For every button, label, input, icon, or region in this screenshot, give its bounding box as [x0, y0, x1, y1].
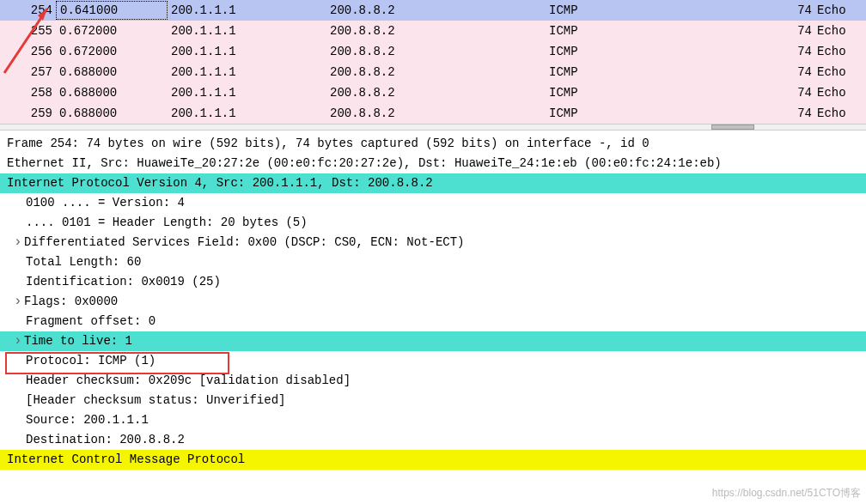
detail-ethernet[interactable]: Ethernet II, Src: HuaweiTe_20:27:2e (00:… [0, 154, 866, 173]
packet-destination: 200.8.8.2 [326, 41, 546, 62]
detail-ip-checksum[interactable]: Header checksum: 0x209c [validation disa… [0, 371, 866, 391]
packet-protocol: ICMP [546, 21, 786, 41]
packet-time: 0.641000 [56, 1, 168, 20]
packet-info: Echo [812, 0, 866, 21]
packet-protocol: ICMP [546, 62, 786, 82]
packet-source: 200.1.1.1 [168, 0, 326, 21]
packet-info: Echo [812, 41, 866, 62]
packet-no: 258 [0, 82, 56, 103]
packet-destination: 200.8.8.2 [326, 21, 546, 41]
packet-row[interactable]: 2540.641000200.1.1.1200.8.8.2ICMP74Echo [0, 0, 866, 21]
detail-ip-ttl[interactable]: Time to live: 1 [0, 331, 866, 351]
packet-length: 74 [786, 82, 812, 103]
packet-row[interactable]: 2580.688000200.1.1.1200.8.8.2ICMP74Echo [0, 82, 866, 103]
packet-source: 200.1.1.1 [168, 62, 326, 82]
packet-no: 254 [0, 0, 56, 21]
packet-info: Echo [812, 82, 866, 103]
packet-info: Echo [812, 21, 866, 41]
packet-no: 255 [0, 21, 56, 41]
detail-ip-hdrlen[interactable]: .... 0101 = Header Length: 20 bytes (5) [0, 213, 866, 233]
packet-row[interactable]: 2570.688000200.1.1.1200.8.8.2ICMP74Echo [0, 62, 866, 82]
packet-destination: 200.8.8.2 [326, 82, 546, 103]
packet-protocol: ICMP [546, 41, 786, 62]
detail-ip-flags[interactable]: Flags: 0x0000 [0, 292, 866, 312]
packet-source: 200.1.1.1 [168, 82, 326, 103]
packet-source: 200.1.1.1 [168, 21, 326, 41]
pane-divider[interactable] [0, 124, 866, 131]
packet-no: 259 [0, 103, 56, 124]
detail-ip-checksum-status[interactable]: [Header checksum status: Unverified] [0, 391, 866, 410]
packet-length: 74 [786, 62, 812, 82]
detail-ip-totlen[interactable]: Total Length: 60 [0, 252, 866, 272]
packet-length: 74 [786, 21, 812, 41]
detail-ip-fragoff[interactable]: Fragment offset: 0 [0, 312, 866, 331]
packet-protocol: ICMP [546, 82, 786, 103]
packet-time: 0.688000 [56, 62, 168, 82]
packet-time: 0.688000 [56, 82, 168, 103]
detail-ip-destination[interactable]: Destination: 200.8.8.2 [0, 430, 866, 450]
detail-ip-header[interactable]: Internet Protocol Version 4, Src: 200.1.… [0, 173, 866, 193]
packet-row[interactable]: 2590.688000200.1.1.1200.8.8.2ICMP74Echo [0, 103, 866, 124]
packet-destination: 200.8.8.2 [326, 62, 546, 82]
packet-info: Echo [812, 103, 866, 124]
packet-protocol: ICMP [546, 0, 786, 21]
packet-length: 74 [786, 103, 812, 124]
packet-detail-pane[interactable]: Frame 254: 74 bytes on wire (592 bits), … [0, 131, 866, 470]
packet-destination: 200.8.8.2 [326, 103, 546, 124]
packet-protocol: ICMP [546, 103, 786, 124]
detail-ip-dscp[interactable]: Differentiated Services Field: 0x00 (DSC… [0, 233, 866, 252]
packet-destination: 200.8.8.2 [326, 0, 546, 21]
detail-frame[interactable]: Frame 254: 74 bytes on wire (592 bits), … [0, 134, 866, 154]
packet-time: 0.672000 [56, 41, 168, 62]
divider-handle[interactable] [711, 124, 754, 130]
watermark-text: https://blog.csdn.net/51CTO博客 [712, 486, 861, 501]
packet-source: 200.1.1.1 [168, 103, 326, 124]
packet-no: 257 [0, 62, 56, 82]
detail-icmp[interactable]: Internet Control Message Protocol [0, 450, 866, 470]
detail-ip-version[interactable]: 0100 .... = Version: 4 [0, 193, 866, 213]
packet-no: 256 [0, 41, 56, 62]
packet-length: 74 [786, 0, 812, 21]
detail-ip-ident[interactable]: Identification: 0x0019 (25) [0, 272, 866, 292]
packet-info: Echo [812, 62, 866, 82]
packet-length: 74 [786, 41, 812, 62]
packet-time: 0.672000 [56, 21, 168, 41]
packet-row[interactable]: 2560.672000200.1.1.1200.8.8.2ICMP74Echo [0, 41, 866, 62]
packet-source: 200.1.1.1 [168, 41, 326, 62]
packet-time: 0.688000 [56, 103, 168, 124]
detail-ip-protocol[interactable]: Protocol: ICMP (1) [0, 351, 866, 371]
packet-list[interactable]: 2540.641000200.1.1.1200.8.8.2ICMP74Echo2… [0, 0, 866, 124]
detail-ip-source[interactable]: Source: 200.1.1.1 [0, 410, 866, 430]
packet-row[interactable]: 2550.672000200.1.1.1200.8.8.2ICMP74Echo [0, 21, 866, 41]
